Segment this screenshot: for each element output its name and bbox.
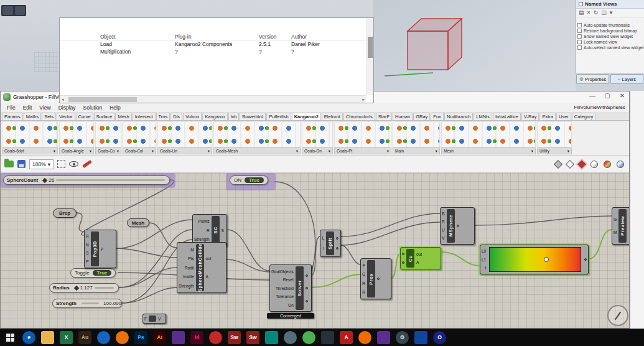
component-icons[interactable]	[302, 121, 333, 147]
save-file-icon[interactable]	[17, 160, 26, 168]
taskbar-icon[interactable]	[265, 331, 278, 344]
slider-strength[interactable]: Strength 100.000	[52, 299, 122, 308]
group-label[interactable]: Goals-Lin▾	[157, 147, 212, 154]
menu-item[interactable]: File	[3, 105, 19, 111]
group-label[interactable]: Main▾	[393, 147, 440, 154]
input-port[interactable]: Tolerance	[276, 294, 294, 299]
scroll-right-icon[interactable]: ▸	[362, 97, 365, 102]
node-msphere[interactable]: BRUV MSphere	[440, 207, 475, 245]
component-tab[interactable]: Curve	[76, 113, 93, 120]
component-icons[interactable]	[95, 121, 121, 147]
component-icons[interactable]	[59, 121, 94, 147]
tab-properties[interactable]: ⚙ Properties	[576, 74, 609, 84]
output-port[interactable]: S	[222, 228, 224, 233]
input-port[interactable]: Inside	[183, 274, 194, 279]
taskbar-icon[interactable]: Ai	[153, 331, 166, 344]
component-icons[interactable]	[334, 121, 391, 147]
input-port[interactable]: R	[362, 281, 365, 286]
scroll-left-icon[interactable]: ◂	[62, 97, 64, 102]
slider-grip[interactable]	[73, 285, 78, 290]
menu-item[interactable]: Solution	[80, 105, 106, 111]
taskbar-icon[interactable]: Sw	[228, 331, 241, 344]
group-label[interactable]: Goals-6dof▾	[2, 147, 58, 154]
component-icons[interactable]	[393, 121, 440, 147]
component-tab[interactable]: Vector	[57, 113, 75, 120]
output-port[interactable]	[306, 300, 308, 302]
checkbox[interactable]	[577, 23, 582, 27]
component-tab[interactable]: Extra	[539, 113, 556, 120]
open-file-icon[interactable]	[4, 161, 14, 167]
param-mesh[interactable]: Mesh	[127, 218, 149, 227]
component-tab[interactable]: Chromodoris	[343, 113, 375, 120]
toggle-reset[interactable]: Toggle True	[70, 268, 116, 278]
component-tab[interactable]: User	[556, 113, 571, 120]
close-button[interactable]: ✕	[618, 92, 627, 99]
output-port[interactable]: A	[206, 274, 208, 279]
start-button[interactable]	[4, 331, 17, 344]
component-icons[interactable]	[537, 121, 572, 147]
component-tab[interactable]: Intersect	[133, 113, 156, 120]
rhino-tool-icon[interactable]	[15, 6, 26, 15]
minimize-button[interactable]: —	[588, 92, 597, 99]
group-label[interactable]: Goals-On▾	[302, 147, 333, 154]
group-label[interactable]: Goals-Co▾	[95, 147, 121, 154]
toggle-value[interactable]: True	[245, 177, 264, 183]
taskbar-icon[interactable]	[414, 331, 427, 344]
slider-radius[interactable]: Radius 1.127	[49, 283, 119, 292]
rhino-toolbar[interactable]	[1, 5, 26, 16]
preview-off-icon[interactable]	[554, 159, 562, 168]
node-solver[interactable]: GoalObjectsResetThresholdToleranceOn Sol…	[269, 264, 312, 312]
gradient-bar[interactable]	[489, 247, 581, 272]
input-port[interactable]: Strength	[179, 284, 194, 288]
output-port[interactable]: A	[416, 260, 419, 264]
node-split[interactable]: LI Split	[320, 230, 341, 257]
component-tab[interactable]: V-Ray	[521, 113, 539, 120]
node-preview[interactable]: GM Preview	[612, 207, 629, 245]
output-port[interactable]: P	[101, 247, 103, 251]
display-white-icon[interactable]	[590, 161, 598, 168]
taskbar-icon[interactable]: ⚙	[396, 331, 409, 344]
output-port[interactable]: V	[158, 317, 161, 321]
taskbar-icon[interactable]: e	[22, 331, 35, 344]
component-tab[interactable]: GRay	[413, 113, 430, 120]
component-tab[interactable]: StarF	[376, 113, 392, 120]
input-port[interactable]: G	[614, 217, 617, 222]
component-tab[interactable]: Elefront	[322, 113, 343, 120]
taskbar-icon[interactable]: Id	[190, 331, 203, 344]
component-tab[interactable]: Sets	[42, 113, 56, 120]
menu-item[interactable]: Help	[106, 105, 124, 111]
panel-toolbar-icon[interactable]: ×	[587, 9, 590, 16]
input-port[interactable]	[402, 261, 404, 264]
taskbar-icon[interactable]	[321, 331, 334, 344]
input-port[interactable]: Strength	[194, 237, 210, 241]
component-tab[interactable]: Kangaroo	[202, 113, 228, 120]
node-prox[interactable]: PGRR Prox	[360, 258, 391, 299]
taskbar-icon[interactable]: A	[340, 331, 353, 344]
input-port[interactable]: P	[86, 260, 88, 264]
output-port[interactable]: out	[416, 252, 422, 256]
group-label[interactable]: Goals-Pt▾	[334, 147, 391, 154]
component-tab[interactable]: Fox	[431, 113, 444, 120]
sketch-tool-icon[interactable]	[82, 160, 92, 168]
input-port[interactable]: V	[442, 236, 444, 240]
taskbar-icon[interactable]	[41, 331, 54, 344]
component-tab[interactable]: Mesh	[115, 113, 131, 120]
component-tab[interactable]: Volvox	[183, 113, 202, 120]
input-port[interactable]: L	[322, 236, 324, 240]
input-port[interactable]: Reset	[283, 278, 294, 282]
component-tab[interactable]: IntraLattice	[493, 113, 521, 120]
input-port[interactable]: GoalObjects	[271, 269, 294, 274]
menu-item[interactable]: View	[35, 105, 54, 111]
input-port[interactable]: M	[614, 230, 617, 235]
input-port[interactable]: Pts	[188, 256, 194, 261]
group-label[interactable]: Goals-Col▾	[123, 147, 156, 154]
component-tab[interactable]: Dis	[170, 113, 182, 120]
input-port[interactable]: I	[323, 246, 324, 251]
canvas-compass-widget[interactable]	[607, 305, 628, 326]
panel-toolbar-icon[interactable]: ▤	[579, 9, 584, 16]
node-gradient[interactable]: L0L1t	[480, 245, 589, 274]
preview-shaded-icon[interactable]	[577, 159, 586, 168]
checkbox[interactable]	[577, 29, 582, 33]
component-tab[interactable]: Surface	[94, 113, 115, 120]
gradient-grip[interactable]	[544, 257, 549, 262]
